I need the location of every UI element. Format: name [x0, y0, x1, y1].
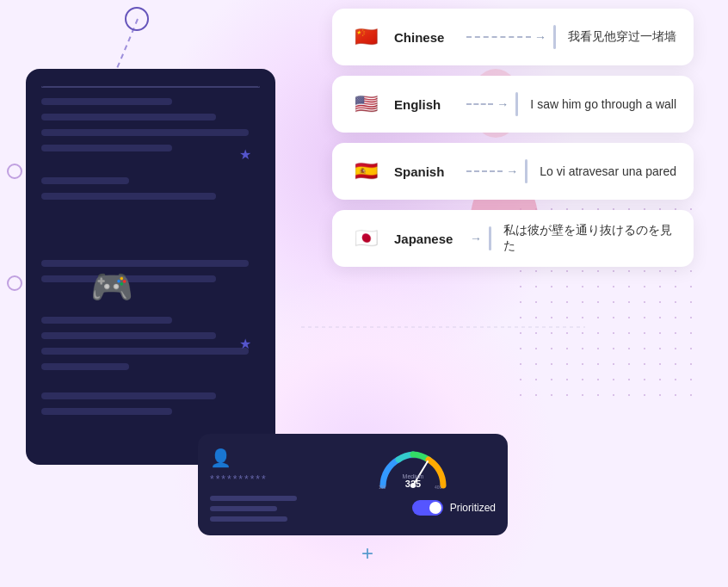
panel-line-11	[41, 348, 249, 355]
cards-container: 🇨🇳 Chinese → 我看见他穿过一堵墙 🇺🇸 English → I sa…	[332, 9, 694, 277]
arrowhead-japanese: →	[470, 232, 482, 245]
panel-line-10	[41, 332, 216, 339]
arrow-chinese: →	[466, 30, 546, 44]
panel-line-2	[41, 114, 216, 120]
flag-japanese: 🇯🇵	[349, 222, 382, 255]
circle-decoration-top	[125, 7, 149, 31]
arrow-english: →	[466, 97, 509, 111]
stats-lines	[210, 496, 306, 522]
circle-decoration-left2	[7, 275, 22, 291]
svg-text:100: 100	[379, 485, 386, 490]
stats-line-1	[210, 496, 297, 501]
arrowhead-english: →	[497, 97, 509, 111]
translation-text-spanish: Lo vi atravesar una pared	[540, 164, 676, 178]
star-icon-top: ★	[239, 146, 251, 163]
stats-line-3	[210, 516, 287, 522]
arrow-japanese: →	[466, 232, 482, 245]
gauge-container: 100 400 Medium 325	[330, 444, 496, 491]
translation-card-japanese: 🇯🇵 Japanese → 私は彼が壁を通り抜けるのを見た	[332, 210, 694, 267]
panel-line-9	[41, 317, 172, 324]
lang-name-spanish: Spanish	[394, 164, 453, 179]
panel-dashed-line	[41, 86, 260, 88]
prioritized-toggle[interactable]	[412, 500, 443, 516]
svg-text:325: 325	[405, 479, 421, 489]
translation-card-chinese: 🇨🇳 Chinese → 我看见他穿过一堵墙	[332, 9, 694, 65]
star-icon-bottom: ★	[239, 336, 251, 352]
svg-text:400: 400	[435, 485, 442, 490]
flag-spanish: 🇪🇸	[349, 155, 382, 188]
arrowhead-chinese: →	[534, 30, 546, 44]
stats-line-2	[210, 506, 277, 511]
prioritized-label: Prioritized	[450, 502, 496, 514]
translation-card-spanish: 🇪🇸 Spanish → Lo vi atravesar una pared	[332, 143, 694, 200]
gauge-svg: 100 400 Medium 325	[374, 444, 452, 491]
stats-card: 👤 ********** 100 400	[198, 434, 508, 535]
divider-japanese	[489, 226, 491, 250]
translation-text-japanese: 私は彼が壁を通り抜けるのを見た	[503, 223, 676, 254]
plus-icon: +	[361, 541, 373, 565]
panel-line-3	[41, 129, 249, 136]
panel-line-1	[41, 98, 172, 105]
translation-text-chinese: 我看见他穿过一堵墙	[568, 29, 676, 45]
divider-english	[515, 92, 518, 116]
circle-decoration-left	[7, 164, 22, 179]
panel-line-5	[41, 177, 129, 184]
user-icon: 👤	[210, 448, 306, 468]
translation-text-english: I saw him go through a wall	[530, 97, 676, 111]
dark-panel: ★ ★ 🎮	[26, 69, 275, 465]
panel-line-12	[41, 363, 129, 370]
panel-line-4	[41, 145, 172, 151]
dotted-line-spanish	[466, 170, 503, 172]
flag-chinese: 🇨🇳	[349, 21, 382, 53]
arrowhead-spanish: →	[506, 164, 518, 178]
password-field: **********	[210, 473, 306, 485]
lang-name-english: English	[394, 97, 453, 112]
divider-spanish	[525, 159, 527, 183]
panel-line-14	[41, 408, 172, 415]
gamepad-icon: 🎮	[90, 267, 133, 307]
prioritized-row: Prioritized	[330, 500, 496, 516]
lang-name-chinese: Chinese	[394, 30, 453, 45]
lang-name-japanese: Japanese	[394, 232, 453, 246]
panel-line-13	[41, 392, 216, 399]
stats-left-panel: 👤 **********	[198, 434, 318, 535]
stats-right-panel: 100 400 Medium 325 Prioritized	[318, 434, 508, 535]
dotted-line-english	[466, 103, 493, 105]
panel-line-6	[41, 193, 216, 200]
toggle-thumb	[429, 502, 441, 514]
translation-card-english: 🇺🇸 English → I saw him go through a wall	[332, 76, 694, 133]
panel-line-7	[41, 260, 249, 267]
arrow-spanish: →	[466, 164, 518, 178]
flag-english: 🇺🇸	[349, 88, 382, 120]
dotted-line-chinese	[466, 36, 531, 38]
divider-chinese	[553, 25, 556, 49]
